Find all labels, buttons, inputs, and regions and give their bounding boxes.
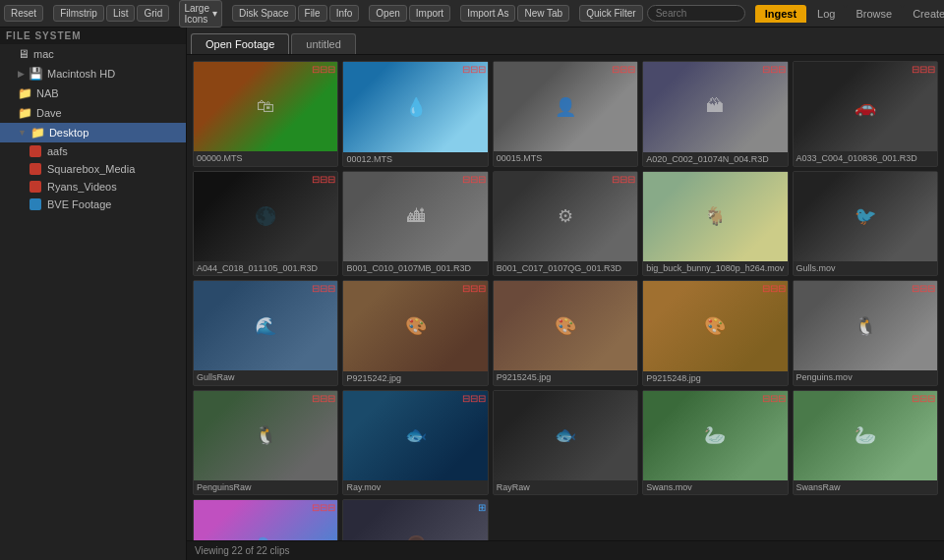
filmstrip-button[interactable]: Filmstrip — [53, 5, 104, 22]
media-label: A020_C002_01074N_004.R3D — [643, 152, 787, 166]
media-item-18[interactable]: 🐟 RayRaw — [493, 390, 638, 496]
sidebar-section-header: FILE SYSTEM — [0, 28, 186, 44]
media-item-14[interactable]: 🎨 ⊟⊟⊟ P9215248.jpg — [642, 280, 788, 386]
thumb-visual: 🐧 — [194, 391, 337, 480]
media-label: P9215248.jpg — [643, 371, 787, 385]
media-item-4[interactable]: 🏔 ⊟⊟⊟ A020_C002_01074N_004.R3D — [642, 61, 788, 167]
list-button[interactable]: List — [106, 5, 136, 22]
media-label: Gulls.mov — [794, 261, 937, 275]
media-item-11[interactable]: 🌊 ⊟⊟⊟ GullsRaw — [193, 280, 338, 386]
status-text: Viewing 22 of 22 clips — [195, 545, 290, 556]
media-label: 00000.MTS — [194, 151, 337, 165]
media-item-3[interactable]: 👤 ⊟⊟⊟ 00015.MTS — [493, 61, 638, 167]
info-button[interactable]: Info — [329, 5, 360, 22]
sidebar-item-mac[interactable]: 🖥 mac — [0, 44, 186, 64]
media-thumb: 🎨 ⊟⊟⊟ — [343, 281, 487, 371]
open-button[interactable]: Open — [369, 5, 406, 22]
media-label: big_buck_bunny_1080p_h264.mov — [643, 261, 787, 275]
media-thumb: 💧 ⊟⊟⊟ — [343, 62, 487, 152]
thumb-visual: 🐟 — [494, 391, 637, 480]
sidebar-item-macintosh-hd[interactable]: ▶ 💾 Macintosh HD — [0, 64, 186, 84]
thumb-visual: 🚗 — [794, 62, 937, 151]
file-button[interactable]: File — [298, 5, 327, 22]
folder-icon-desktop: 📁 — [30, 126, 45, 140]
sidebar-item-aafs[interactable]: aafs — [0, 142, 186, 160]
thumb-visual: 🏔 — [643, 62, 787, 152]
thumb-visual: 🌊 — [194, 281, 337, 370]
media-label: GullsRaw — [194, 370, 337, 384]
thumb-visual: 🐦 — [794, 172, 937, 261]
clip-indicator-red: ⊟⊟⊟ — [312, 502, 335, 513]
sidebar-item-dave[interactable]: 📁 Dave — [0, 103, 186, 123]
thumb-visual: 🐧 — [794, 281, 937, 370]
media-thumb: 🏔 ⊟⊟⊟ — [643, 62, 787, 152]
media-item-13[interactable]: 🎨 P9215245.jpg — [493, 280, 638, 386]
import-button[interactable]: Import — [409, 5, 450, 22]
disk-space-button[interactable]: Disk Space — [232, 5, 296, 22]
sidebar-item-ryans-videos[interactable]: Ryans_Videos — [0, 178, 186, 196]
media-item-19[interactable]: 🦢 ⊟⊟⊟ Swans.mov — [642, 390, 788, 496]
clip-indicator-red: ⊟⊟⊟ — [612, 64, 635, 75]
media-item-1[interactable]: 🛍 ⊟⊟⊟ 00000.MTS — [193, 61, 338, 167]
thumb-visual: 🌑 — [194, 172, 337, 261]
media-item-21[interactable]: 🎭 ⊟⊟⊟ — [193, 499, 338, 540]
thumb-visual: 🎨 — [643, 281, 787, 371]
tab-log[interactable]: Log — [807, 5, 845, 23]
clip-indicator-red: ⊟⊟⊟ — [312, 174, 335, 185]
tab-create[interactable]: Create — [903, 5, 944, 23]
clip-indicator-red: ⊟⊟⊟ — [462, 64, 486, 75]
tabs-bar: Open Footage untitled — [187, 28, 944, 55]
chevron-down-icon: ▾ — [212, 8, 217, 19]
media-item-8[interactable]: ⚙ ⊟⊟⊟ B001_C017_0107QG_001.R3D — [493, 171, 638, 277]
grid-button[interactable]: Grid — [137, 5, 169, 22]
media-item-7[interactable]: 🏙 ⊟⊟⊟ B001_C010_0107MB_001.R3D — [342, 171, 488, 277]
view-dropdown[interactable]: Large Icons ▾ — [179, 0, 222, 28]
tab-untitled[interactable]: untitled — [291, 33, 355, 54]
media-item-12[interactable]: 🎨 ⊟⊟⊟ P9215242.jpg — [342, 280, 488, 386]
sidebar-item-desktop[interactable]: ▼ 📁 Desktop — [0, 123, 186, 142]
reset-button[interactable]: Reset — [4, 5, 43, 22]
clip-indicator-red: ⊟⊟⊟ — [912, 393, 935, 404]
media-thumb: 🐟 ⊟⊟⊟ — [343, 391, 487, 481]
sidebar-item-bve-footage[interactable]: BVE Footage — [0, 196, 186, 213]
sidebar-item-nab[interactable]: 📁 NAB — [0, 84, 186, 103]
media-thumb: 🐦 — [794, 172, 937, 261]
search-input[interactable] — [647, 5, 745, 22]
media-item-22[interactable]: 👩 ⊞ — [342, 499, 488, 540]
import-as-button[interactable]: Import As — [460, 5, 515, 22]
media-label: A033_C004_010836_001.R3D — [794, 151, 937, 165]
status-bar: Viewing 22 of 22 clips — [187, 540, 944, 560]
media-label: P9215242.jpg — [343, 371, 487, 385]
media-label: Ray.mov — [343, 480, 487, 494]
media-item-5[interactable]: 🚗 ⊟⊟⊟ A033_C004_010836_001.R3D — [793, 61, 938, 167]
tab-open-footage[interactable]: Open Footage — [191, 33, 289, 54]
media-item-15[interactable]: 🐧 ⊟⊟⊟ Penguins.mov — [793, 280, 938, 386]
badge-red-ryans — [30, 181, 41, 193]
thumb-visual: 🐐 — [643, 172, 787, 262]
sidebar-item-squarebox[interactable]: Squarebox_Media — [0, 160, 186, 178]
media-thumb: 🌊 ⊟⊟⊟ — [194, 281, 337, 370]
arrow-icon: ▶ — [18, 69, 25, 79]
new-tab-button[interactable]: New Tab — [517, 5, 569, 22]
media-item-9[interactable]: 🐐 big_buck_bunny_1080p_h264.mov — [642, 171, 788, 277]
quick-filter-button[interactable]: Quick Filter — [579, 5, 643, 22]
media-thumb: 🎨 ⊟⊟⊟ — [643, 281, 787, 371]
tab-browse[interactable]: Browse — [846, 5, 902, 23]
grid-area[interactable]: 🛍 ⊟⊟⊟ 00000.MTS 💧 ⊟⊟⊟ 00012.MTS 👤 ⊟⊟⊟ 00… — [187, 55, 944, 540]
tab-ingest[interactable]: Ingest — [755, 5, 806, 23]
media-item-6[interactable]: 🌑 ⊟⊟⊟ A044_C018_011105_001.R3D — [193, 171, 338, 277]
clip-indicator-red: ⊟⊟⊟ — [462, 283, 486, 294]
media-item-20[interactable]: 🦢 ⊟⊟⊟ SwansRaw — [793, 390, 938, 496]
media-item-2[interactable]: 💧 ⊟⊟⊟ 00012.MTS — [342, 61, 488, 167]
media-item-17[interactable]: 🐟 ⊟⊟⊟ Ray.mov — [342, 390, 488, 496]
media-label: B001_C010_0107MB_001.R3D — [343, 261, 487, 275]
media-label: RayRaw — [494, 480, 637, 494]
top-toolbar: Reset Filmstrip List Grid Large Icons ▾ … — [0, 0, 944, 28]
media-label: P9215245.jpg — [494, 370, 637, 384]
thumb-visual: 🏙 — [343, 172, 487, 262]
media-item-16[interactable]: 🐧 ⊟⊟⊟ PenguinsRaw — [193, 390, 338, 496]
thumb-visual: 🛍 — [194, 62, 337, 151]
media-thumb: 👩 ⊞ — [343, 500, 487, 540]
media-thumb: 🛍 ⊟⊟⊟ — [194, 62, 337, 151]
media-item-10[interactable]: 🐦 Gulls.mov — [793, 171, 938, 277]
